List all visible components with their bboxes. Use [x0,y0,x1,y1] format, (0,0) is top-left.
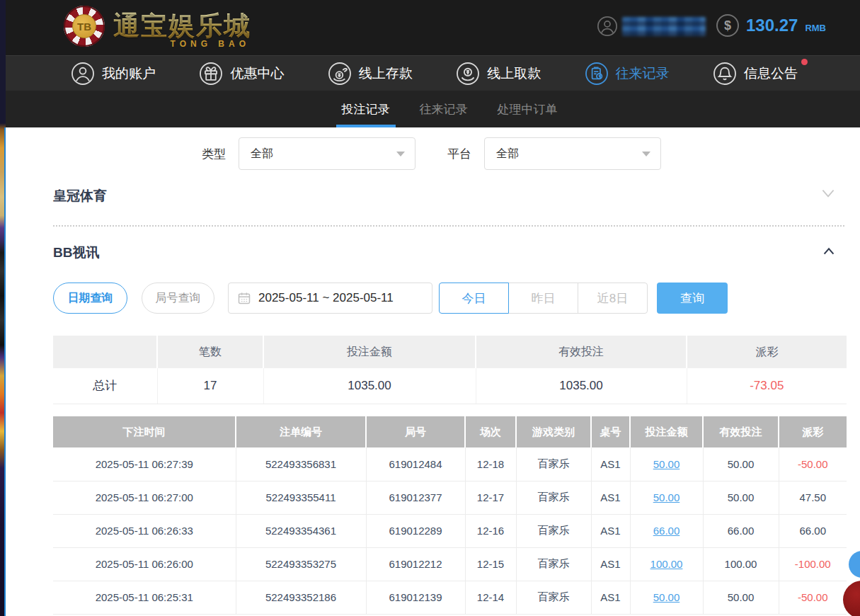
table-row: 2025-05-11 06:26:33522493354361619012289… [53,514,847,547]
date-query-button[interactable]: 日期查询 [53,283,127,314]
withdraw-icon [456,62,480,86]
platform-select-value: 全部 [496,147,519,161]
cell-session: 12-16 [465,514,516,547]
cell-time: 2025-05-11 06:27:39 [53,447,236,481]
bet-amount-link[interactable]: 50.00 [653,458,680,470]
cell-time: 2025-05-11 06:26:00 [53,547,236,581]
table-row: 2025-05-11 06:27:00522493355411619012377… [53,481,847,514]
summary-col-header: 笔数 [157,336,263,368]
cell-table-id: AS1 [591,481,630,514]
search-button[interactable]: 查询 [657,283,728,314]
cell-order-id: 522493354361 [236,514,366,547]
quick-date-button-0[interactable]: 今日 [439,283,509,314]
balance-display: $ 130.27 RMB [716,14,826,37]
bb-video-collapse[interactable] [820,244,837,259]
dollar-icon: $ [716,14,739,37]
cell-round-id: 619012484 [366,447,465,481]
bet-amount-link[interactable]: 100.00 [650,558,683,570]
nav-item-label: 我的账户 [102,64,156,83]
cell-round-id: 619012289 [366,514,465,547]
bets-col-header: 有效投注 [703,416,779,447]
bell-icon [713,62,737,86]
date-range-input[interactable]: 2025-05-11 ~ 2025-05-11 [228,283,432,314]
cell-round-id: 619012377 [366,481,465,514]
table-row: 2025-05-11 06:25:31522493352186619012139… [53,581,847,614]
cell-game-type: 百家乐 [516,514,591,547]
deposit-icon [328,62,352,86]
background-art-blue-edge [4,127,6,616]
cell-game-type: 百家乐 [516,581,591,614]
nav-item-records[interactable]: 往来记录 [585,62,670,86]
cell-session: 12-18 [465,447,516,481]
nav-item-withdraw[interactable]: 线上取款 [456,62,541,86]
platform-filter-label: 平台 [447,146,471,162]
cell-payout: 66.00 [779,514,847,547]
nav-item-gift[interactable]: 优惠中心 [199,62,284,86]
cell-payout: 47.50 [779,481,847,514]
nav-item-bell[interactable]: 信息公告 [713,62,798,86]
chevron-down-icon [396,152,405,156]
bets-col-header: 注单编号 [236,416,366,447]
bets-header-row: 下注时间注单编号局号场次游戏类别桌号投注金额有效投注派彩 [53,416,847,447]
cell-session: 12-14 [465,581,516,614]
bet-amount-link[interactable]: 50.00 [653,491,680,503]
cell-valid: 50.00 [703,581,779,614]
quick-date-button-2[interactable]: 近8日 [578,283,648,314]
quick-date-group: 今日昨日近8日 [439,283,648,314]
cell-table-id: AS1 [591,447,630,481]
round-query-button[interactable]: 局号查询 [142,283,214,314]
nav-item-user[interactable]: 我的账户 [71,62,156,86]
nav-item-deposit[interactable]: 线上存款 [328,62,413,86]
page: TB 通宝娱乐城 TONG BAO $ 130.27 RMB 我的账户优惠中心线… [0,0,860,616]
balance-amount: 130.27 [746,16,798,35]
cell-round-id: 619012139 [366,581,465,614]
type-select-value: 全部 [251,147,273,161]
user-icon [597,16,618,37]
crown-sports-expand[interactable] [819,184,837,203]
chevron-down-icon [642,152,650,156]
username-blurred [622,17,706,36]
cell-order-id: 522493356831 [236,447,366,481]
cell-bet: 50.00 [630,581,703,614]
user-account[interactable] [597,16,706,37]
bets-col-header: 下注时间 [53,416,236,447]
quick-date-button-1[interactable]: 昨日 [508,283,578,314]
site-logo[interactable]: TB 通宝娱乐城 TONG BAO [64,6,251,47]
cell-bet: 66.00 [630,514,703,547]
summary-col-header: 派彩 [687,336,847,368]
type-select[interactable]: 全部 [239,137,415,170]
logo-subtitle: TONG BAO [171,39,250,49]
bet-amount-link[interactable]: 66.00 [653,525,680,537]
tab-2[interactable]: 处理中订单 [498,91,558,127]
tab-1[interactable]: 往来记录 [420,91,468,127]
summary-count: 17 [157,368,263,404]
cell-payout: -100.00 [779,547,847,581]
cell-order-id: 522493353275 [236,547,366,581]
cell-valid: 50.00 [703,447,779,481]
nav-item-label: 线上取款 [487,64,541,83]
cell-valid: 100.00 [703,547,779,581]
nav-item-label: 往来记录 [616,64,670,83]
query-controls: 日期查询 局号查询 2025-05-11 ~ 2025-05-11 今日昨日近8… [53,283,860,314]
bets-col-header: 场次 [465,416,516,447]
type-filter-label: 类型 [202,146,226,162]
filter-row: 类型 全部 平台 全部 [202,137,661,170]
table-row: 2025-05-11 06:26:00522493353275619012212… [53,547,847,581]
records-icon [585,62,609,86]
platform-select[interactable]: 全部 [484,137,661,170]
cell-round-id: 619012212 [366,547,465,581]
summary-col-header: 投注金额 [263,336,476,368]
section-bb-video: BB视讯 [53,244,99,262]
cell-payout: -50.00 [779,581,847,614]
cell-time: 2025-05-11 06:26:33 [53,514,236,547]
chip-badge: TB [72,14,96,38]
cell-game-type: 百家乐 [516,547,591,581]
tab-0[interactable]: 投注记录 [342,91,390,127]
chevron-down-icon [819,184,837,203]
balance-currency: RMB [805,23,826,33]
summary-header-row: 笔数投注金额有效投注派彩 [53,336,847,368]
nav-item-label: 信息公告 [744,64,798,83]
date-range-value: 2025-05-11 ~ 2025-05-11 [258,291,394,305]
bet-amount-link[interactable]: 50.00 [653,591,680,603]
logo-text: 通宝娱乐城 TONG BAO [113,10,251,42]
